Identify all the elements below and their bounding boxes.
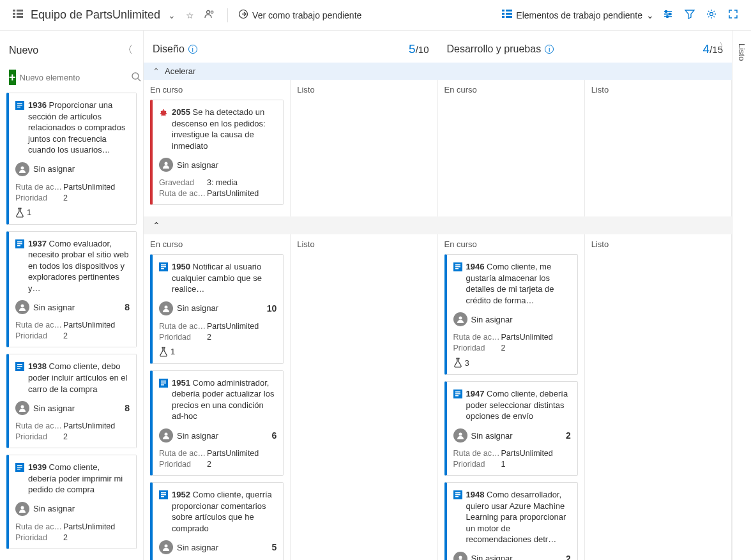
pbi-icon [15, 463, 24, 496]
column-header-diseno: Diseño i 5/10 [144, 31, 438, 63]
effort-badge: 6 [271, 430, 277, 441]
subcol-diseno-listo: Listo [291, 80, 437, 216]
svg-rect-21 [17, 103, 22, 104]
star-icon[interactable]: ☆ [183, 8, 197, 23]
effort-badge: 8 [125, 302, 130, 312]
svg-rect-53 [161, 492, 166, 494]
work-item-card[interactable]: 1937 Como evaluador, necesito probar el … [6, 231, 137, 348]
card-assignee[interactable]: Sin asignar2 [453, 428, 571, 443]
add-item-button[interactable]: + [9, 70, 16, 85]
svg-rect-63 [455, 391, 460, 393]
svg-rect-4 [17, 13, 23, 15]
backlog-dropdown[interactable]: Elementos de trabajo pendiente ⌄ [502, 9, 654, 21]
card-title: 1939 Como cliente, debería poder imprimi… [28, 462, 130, 496]
avatar-icon [159, 540, 173, 554]
team-title[interactable]: Equipo de PartsUnlimited [31, 8, 160, 22]
effort-badge: 5 [271, 542, 277, 552]
settings-sliders-icon[interactable] [660, 6, 676, 24]
new-column: Nuevo 〈 + 1936 Proporcionar una sección … [0, 31, 144, 560]
collapse-left-icon[interactable]: 〈 [121, 42, 134, 58]
effort-badge: 8 [125, 403, 130, 413]
card-assignee[interactable]: Sin asignar10 [159, 301, 277, 315]
svg-point-34 [21, 405, 24, 409]
pbi-icon [15, 362, 24, 395]
card-assignee[interactable]: Sin asignar [15, 162, 130, 176]
svg-point-7 [211, 11, 213, 13]
card-assignee[interactable]: Sin asignar6 [159, 428, 277, 443]
filter-icon[interactable] [682, 6, 697, 24]
pbi-icon [453, 390, 462, 422]
svg-point-16 [669, 13, 671, 15]
card-assignee[interactable]: Sin asignar [453, 312, 571, 326]
svg-rect-48 [161, 381, 166, 382]
work-item-card[interactable]: 2055 Se ha detectado un descenso en los … [150, 100, 284, 205]
info-icon[interactable]: i [188, 45, 197, 54]
subcol-diseno-encurso: En curso 2055 Se ha detectado un descens… [144, 80, 291, 216]
work-item-card[interactable]: 1936 Proporcionar una sección de artícul… [6, 93, 137, 225]
card-title: 1952 Como cliente, querría proporcionar … [172, 489, 277, 534]
test-flask-badge[interactable]: 1 [159, 347, 277, 357]
work-item-card[interactable]: 1950 Notificar al usuario cualquier camb… [150, 254, 284, 364]
card-assignee[interactable]: Sin asignar [159, 158, 277, 172]
svg-rect-49 [161, 382, 166, 384]
card-assignee[interactable]: Sin asignar2 [453, 552, 571, 560]
avatar-icon [453, 552, 467, 560]
info-icon[interactable]: i [545, 45, 554, 54]
svg-rect-13 [506, 13, 512, 15]
svg-rect-45 [161, 268, 164, 269]
work-item-card[interactable]: 1938 Como cliente, debo poder incluir ar… [6, 354, 137, 448]
expand-right-icon[interactable]: 〉 [719, 41, 728, 52]
work-item-card[interactable]: 1939 Como cliente, debería poder imprimi… [6, 455, 137, 549]
effort-badge: 10 [267, 303, 277, 314]
work-item-card[interactable]: 1951 Como administrador, debería poder a… [150, 370, 284, 476]
avatar-icon [15, 502, 29, 516]
svg-point-56 [165, 545, 168, 548]
new-item-input[interactable] [20, 73, 127, 82]
pbi-icon [453, 490, 462, 545]
avatar-icon [15, 162, 29, 176]
work-item-card[interactable]: 1952 Como cliente, querría proporcionar … [150, 482, 284, 560]
right-collapsed-label: Listo [737, 43, 747, 61]
test-flask-badge[interactable]: 1 [15, 208, 130, 218]
chevron-up-icon[interactable]: ⌃ [153, 220, 160, 231]
gear-icon[interactable] [704, 6, 719, 24]
svg-rect-44 [161, 266, 166, 268]
backlog-icon [10, 6, 26, 24]
people-icon[interactable] [202, 6, 217, 24]
swimlane-title: Acelerar [165, 66, 195, 76]
avatar-icon [453, 428, 467, 443]
main-columns: Diseño i 5/10 Desarrollo y pruebas i 4/1… [144, 31, 732, 560]
subcol-desarrollo-encurso: En curso 1946 Como cliente, me gustaría … [438, 234, 585, 560]
backlog-icon [502, 9, 512, 21]
view-as-backlog[interactable]: Ver como trabajo pendiente [238, 9, 361, 21]
effort-badge: 2 [566, 554, 571, 560]
swimlane-collapsed[interactable]: ⌃ [144, 216, 732, 234]
search-icon[interactable] [131, 72, 141, 84]
card-assignee[interactable]: Sin asignar5 [159, 540, 277, 554]
svg-point-24 [21, 166, 24, 169]
card-title: 1950 Notificar al usuario cualquier camb… [172, 261, 277, 295]
svg-point-66 [459, 433, 462, 436]
subcol-desarrollo-listo: Listo [585, 80, 732, 216]
avatar-icon [159, 301, 173, 315]
svg-rect-10 [502, 13, 504, 15]
svg-rect-55 [161, 496, 164, 497]
swimlane-header-acelerar[interactable]: ⌃ Acelerar [144, 63, 732, 80]
work-item-card[interactable]: 1947 Como cliente, debería poder selecci… [444, 381, 578, 476]
test-flask-badge[interactable]: 3 [453, 358, 571, 368]
fullscreen-icon[interactable] [725, 6, 741, 24]
card-title: 1937 Como evaluador, necesito probar el … [28, 238, 130, 294]
card-assignee[interactable]: Sin asignar [15, 502, 130, 516]
svg-rect-3 [17, 10, 23, 11]
right-collapsed-column[interactable]: Listo [732, 31, 751, 560]
work-item-card[interactable]: 1948 Como desarrollador, quiero usar Azu… [444, 482, 578, 560]
chevron-down-icon[interactable]: ⌄ [165, 8, 178, 23]
card-assignee[interactable]: Sin asignar8 [15, 401, 130, 415]
chevron-up-icon[interactable]: ⌃ [153, 66, 160, 76]
svg-point-29 [21, 305, 24, 308]
svg-point-46 [165, 305, 168, 308]
card-assignee[interactable]: Sin asignar8 [15, 300, 130, 314]
svg-point-18 [710, 13, 713, 16]
work-item-card[interactable]: 1946 Como cliente, me gustaría almacenar… [444, 254, 578, 375]
svg-rect-70 [455, 496, 459, 497]
